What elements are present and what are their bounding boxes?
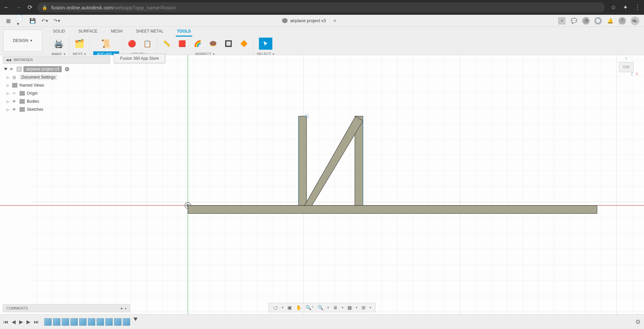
timeline-step-back-icon[interactable]: ◀ xyxy=(12,319,16,325)
expand-icon[interactable]: ▷ xyxy=(7,76,10,79)
center-mass-icon[interactable]: 🔶 xyxy=(238,38,250,50)
file-menu-icon[interactable]: 📄▾ xyxy=(17,17,24,25)
section-icon[interactable]: 🔲 xyxy=(222,38,234,50)
tree-item-origin[interactable]: ▷ 👁 Origin xyxy=(3,89,110,97)
timeline-end-icon[interactable]: ⏭ xyxy=(34,319,39,325)
timeline-settings-icon[interactable]: ⚙ xyxy=(635,318,641,326)
curvature-icon[interactable]: 🌈 xyxy=(192,38,204,50)
timeline-step[interactable] xyxy=(88,318,95,326)
measure-icon[interactable]: 📏 xyxy=(161,38,173,50)
timeline-step[interactable] xyxy=(123,318,130,326)
reload-icon[interactable]: ⟳ xyxy=(28,4,33,11)
timeline-step-fwd-icon[interactable]: ▶ xyxy=(26,319,31,325)
redo-icon[interactable]: ↷▾ xyxy=(53,17,60,25)
activate-radio[interactable] xyxy=(65,67,69,71)
comments-chevron-icon[interactable]: ▾ xyxy=(125,307,126,310)
expand-icon[interactable]: ▷ xyxy=(7,108,10,111)
timeline-marker[interactable] xyxy=(133,318,137,326)
interference-icon[interactable]: 🟥 xyxy=(176,38,188,50)
forward-icon[interactable]: → xyxy=(15,4,21,11)
tree-label: Origin xyxy=(27,91,38,96)
scripts-icon[interactable]: 📜 xyxy=(100,38,112,50)
browser-chrome-bar: ← → ⟳ 🔒 fusion.online.autodesk.com/webap… xyxy=(0,0,644,15)
kebab-icon[interactable]: ⋮ xyxy=(635,4,641,11)
data-panel-icon[interactable]: ▦ xyxy=(5,17,12,25)
notifications-icon[interactable]: 🔔 xyxy=(606,17,614,25)
timeline-step[interactable] xyxy=(44,318,52,326)
undo-icon[interactable]: ↶▾ xyxy=(41,17,48,25)
close-tab-icon[interactable]: × xyxy=(333,18,336,24)
timeline-step[interactable] xyxy=(105,318,113,326)
group-select: SELECT▼ xyxy=(254,37,278,57)
visibility-icon[interactable]: 👁 xyxy=(12,107,17,112)
tab-surface[interactable]: SURFACE xyxy=(77,28,99,37)
nav-cluster: ⭯▾ ▣ ✋ 🔍⁺ 🔍▾ 🖥▾ ▦▾ ⊞▾ xyxy=(269,303,376,312)
ribbon-tabs: SOLID SURFACE MESH SHEET METAL TOOLS xyxy=(46,27,278,37)
timeline-step[interactable] xyxy=(79,318,87,326)
nest-icon[interactable]: 🗂️ xyxy=(73,38,86,50)
expand-icon[interactable]: ▷ xyxy=(7,84,10,87)
orbit-icon[interactable]: ⭯ xyxy=(273,305,278,310)
chat-icon[interactable]: 💬 xyxy=(570,17,578,25)
comments-bar[interactable]: COMMENTS ● ▾ xyxy=(3,304,130,312)
timeline-step[interactable] xyxy=(114,318,121,326)
job-status-icon[interactable]: 🕑 xyxy=(594,17,602,25)
tab-solid[interactable]: SOLID xyxy=(52,28,66,37)
user-avatar[interactable]: NL xyxy=(631,16,639,25)
zoom-icon[interactable]: 🔍⁺ xyxy=(306,305,314,310)
timeline-step[interactable] xyxy=(97,318,104,326)
tree-item-bodies[interactable]: ▷ 👁 Bodies xyxy=(3,97,110,105)
tree-item-document-settings[interactable]: ▷ ⚙ Document Settings xyxy=(3,73,110,81)
gear-icon: ⚙ xyxy=(12,75,17,80)
collapse-browser-icon[interactable]: ◀◀ xyxy=(6,58,11,62)
new-tab-icon[interactable]: ＋ xyxy=(558,17,566,25)
tab-sheet-metal[interactable]: SHEET METAL xyxy=(135,28,165,37)
grid-settings-icon[interactable]: ▦ xyxy=(347,305,352,310)
browser-header[interactable]: ◀◀ BROWSER xyxy=(3,56,110,64)
visibility-icon[interactable]: 👁 xyxy=(12,91,17,96)
tree-item-named-views[interactable]: ▷ Named Views xyxy=(3,81,110,89)
tab-tools[interactable]: TOOLS xyxy=(176,28,192,37)
add-comment-icon[interactable]: ● xyxy=(120,306,123,310)
expand-icon[interactable]: ▷ xyxy=(7,92,10,95)
help-icon[interactable]: ? xyxy=(619,17,626,25)
fit-icon[interactable]: 🔍 xyxy=(318,305,323,310)
timeline-step[interactable] xyxy=(53,318,60,326)
view-cube[interactable]: Y TOP Z X xyxy=(614,57,638,77)
extensions-round-icon[interactable]: ◔ xyxy=(582,17,590,25)
save-icon[interactable]: 💾 xyxy=(29,17,36,25)
timeline-step[interactable] xyxy=(70,318,78,326)
timeline: ⏮ ◀ ▶ ▶ ⏭ ⚙ xyxy=(0,314,644,329)
tree-root[interactable]: 👁 airplane project v3 xyxy=(3,65,110,73)
zebra-icon[interactable]: 🍩 xyxy=(207,38,219,50)
component-icon xyxy=(17,67,21,72)
document-tab[interactable]: airplane project v3 × xyxy=(282,18,336,24)
tree-item-sketches[interactable]: ▷ 👁 Sketches xyxy=(3,105,110,113)
timeline-step[interactable] xyxy=(62,318,69,326)
print-3d-icon[interactable]: 🖨️ xyxy=(53,38,65,50)
visibility-icon[interactable]: 👁 xyxy=(9,67,15,72)
viewport-icon[interactable]: ⊞ xyxy=(362,305,366,310)
tree-label: Sketches xyxy=(27,107,43,112)
visibility-icon[interactable]: 👁 xyxy=(12,99,17,104)
utility-icon-1[interactable]: 🔴 xyxy=(126,38,138,50)
pan-icon[interactable]: ✋ xyxy=(296,305,302,310)
display-settings-icon[interactable]: 🖥 xyxy=(333,305,338,310)
utility-icon-2[interactable]: 📋 xyxy=(142,38,154,50)
back-icon[interactable]: ← xyxy=(3,4,9,11)
tab-mesh[interactable]: MESH xyxy=(110,28,124,37)
look-at-icon[interactable]: ▣ xyxy=(287,305,292,310)
addins-tooltip: Fusion 360 App Store xyxy=(114,54,165,63)
expand-icon[interactable]: ▷ xyxy=(7,100,10,103)
extensions-icon[interactable]: ✦ xyxy=(623,4,628,11)
omnibox[interactable]: 🔒 fusion.online.autodesk.com/webapp?app_… xyxy=(37,2,605,12)
timeline-start-icon[interactable]: ⏮ xyxy=(3,319,8,325)
timeline-play-icon[interactable]: ▶ xyxy=(19,319,23,325)
view-cube-face[interactable]: TOP xyxy=(619,62,634,72)
lock-icon: 🔒 xyxy=(42,5,47,10)
expand-icon[interactable] xyxy=(4,68,7,70)
workspace-menu[interactable]: DESIGN▼ xyxy=(3,30,42,52)
star-icon[interactable]: ☆ xyxy=(611,4,616,11)
select-tool-icon[interactable] xyxy=(259,38,272,50)
timeline-steps xyxy=(44,318,130,326)
